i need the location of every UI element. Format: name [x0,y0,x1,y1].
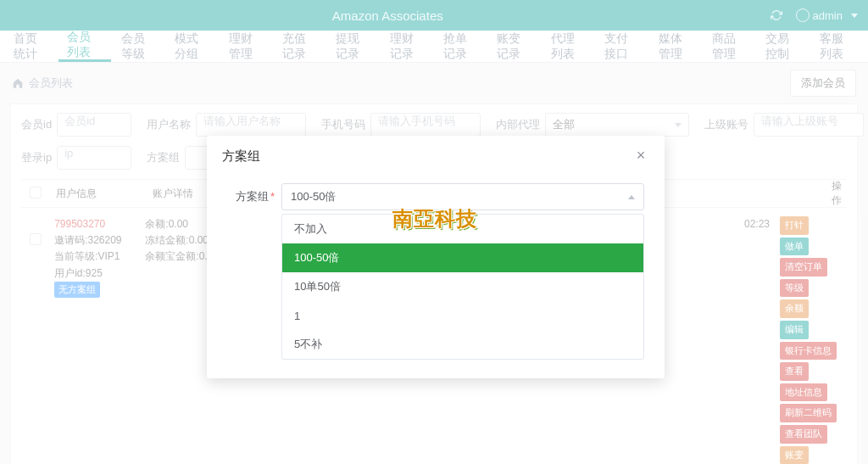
modal-title: 方案组 [222,148,260,165]
dropdown-option[interactable]: 1 [282,301,643,330]
chevron-down-icon [628,195,635,199]
dropdown-option[interactable]: 不加入 [282,215,643,243]
plan-group-select[interactable]: 100-50倍 [281,183,644,210]
dropdown-option[interactable]: 10单50倍 [282,272,643,301]
close-icon[interactable]: × [632,148,649,165]
plan-group-label: 方案组* [227,189,275,204]
dropdown-option[interactable]: 100-50倍 [282,243,643,272]
plan-group-modal: 方案组 × 方案组* 100-50倍 不加入100-50倍10单50倍15不补 [207,136,665,378]
dropdown-option[interactable]: 5不补 [282,330,643,359]
plan-group-dropdown: 不加入100-50倍10单50倍15不补 [281,214,644,360]
